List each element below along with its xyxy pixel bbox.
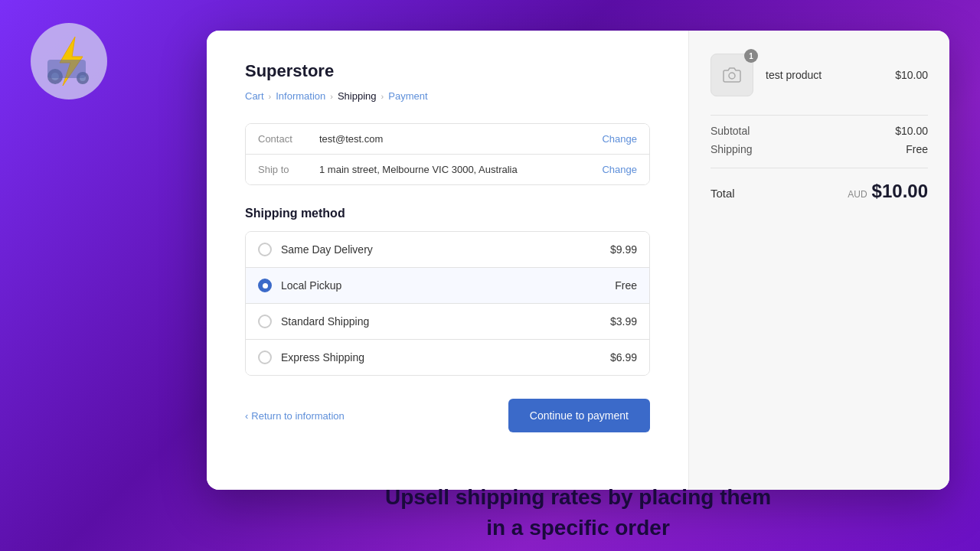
logo [31, 23, 107, 99]
bottom-text: Upsell shipping rates by placing them in… [207, 474, 949, 551]
shipping-option-standard[interactable]: Standard Shipping $3.99 [246, 303, 649, 339]
breadcrumb-cart[interactable]: Cart [245, 90, 264, 102]
subtotal-row: Subtotal $10.00 [710, 125, 928, 137]
total-label: Total [710, 187, 735, 200]
radio-standard[interactable] [258, 315, 272, 328]
product-row: 1 test product $10.00 [710, 54, 928, 96]
continue-to-payment-button[interactable]: Continue to payment [508, 399, 650, 432]
ship-to-row: Ship to 1 main street, Melbourne VIC 300… [246, 154, 649, 184]
shipping-option-local-pickup[interactable]: Local Pickup Free [246, 267, 649, 303]
shipping-row: Shipping Free [710, 143, 928, 155]
shipping-method-title: Shipping method [245, 207, 650, 220]
bottom-text-line2: in a specific order [486, 514, 670, 542]
option-price-local-pickup: Free [615, 279, 637, 292]
shipping-options: Same Day Delivery $9.99 Local Pickup Fre… [245, 231, 650, 376]
breadcrumb: Cart › Information › Shipping › Payment [245, 90, 650, 102]
main-card: Superstore Cart › Information › Shipping… [207, 31, 949, 490]
total-currency: AUD [848, 189, 867, 200]
option-label-express: Express Shipping [281, 351, 610, 364]
contact-value: test@test.com [319, 133, 602, 145]
ship-to-change[interactable]: Change [602, 164, 637, 175]
product-badge: 1 [744, 49, 758, 63]
radio-express[interactable] [258, 350, 272, 364]
left-panel: Superstore Cart › Information › Shipping… [207, 31, 689, 490]
option-label-local-pickup: Local Pickup [281, 279, 615, 292]
shipping-summary-value: Free [906, 143, 928, 155]
option-label-standard: Standard Shipping [281, 315, 610, 328]
option-price-standard: $3.99 [610, 315, 637, 328]
info-table: Contact test@test.com Change Ship to 1 m… [245, 123, 650, 185]
radio-local-pickup[interactable] [258, 279, 272, 292]
total-row: Total AUD $10.00 [710, 168, 928, 202]
radio-same-day[interactable] [258, 243, 272, 256]
return-label: Return to information [251, 410, 344, 422]
shipping-summary-label: Shipping [710, 143, 753, 155]
option-price-express: $6.99 [610, 351, 637, 364]
footer-actions: ‹ Return to information Continue to paym… [245, 399, 650, 432]
product-name: test product [766, 69, 883, 81]
contact-row: Contact test@test.com Change [246, 124, 649, 154]
breadcrumb-payment[interactable]: Payment [388, 90, 427, 102]
ship-to-value: 1 main street, Melbourne VIC 3000, Austr… [319, 164, 602, 175]
product-price: $10.00 [895, 69, 928, 81]
subtotal-label: Subtotal [710, 125, 750, 137]
total-amount: $10.00 [872, 181, 928, 202]
svg-point-6 [729, 73, 735, 79]
shipping-option-same-day[interactable]: Same Day Delivery $9.99 [246, 232, 649, 267]
breadcrumb-sep-1: › [269, 92, 272, 101]
option-price-same-day: $9.99 [610, 243, 637, 256]
bottom-text-line1: Upsell shipping rates by placing them [385, 484, 771, 511]
option-label-same-day: Same Day Delivery [281, 243, 610, 256]
radio-inner-local-pickup [263, 283, 268, 289]
contact-change[interactable]: Change [602, 133, 637, 145]
right-panel: 1 test product $10.00 Subtotal $10.00 Sh… [689, 31, 949, 490]
divider-1 [710, 115, 928, 116]
breadcrumb-sep-3: › [381, 92, 384, 101]
contact-label: Contact [258, 133, 319, 145]
store-title: Superstore [245, 61, 650, 81]
svg-rect-5 [47, 60, 86, 78]
product-image-wrapper: 1 [710, 54, 753, 96]
breadcrumb-sep-2: › [330, 92, 333, 101]
subtotal-value: $10.00 [895, 125, 928, 137]
breadcrumb-shipping: Shipping [338, 90, 377, 102]
camera-icon [723, 66, 741, 84]
shipping-option-express[interactable]: Express Shipping $6.99 [246, 339, 649, 375]
chevron-left-icon: ‹ [245, 410, 248, 422]
breadcrumb-information[interactable]: Information [276, 90, 325, 102]
return-to-information-link[interactable]: ‹ Return to information [245, 410, 345, 422]
ship-to-label: Ship to [258, 164, 319, 175]
total-right: AUD $10.00 [848, 181, 928, 202]
